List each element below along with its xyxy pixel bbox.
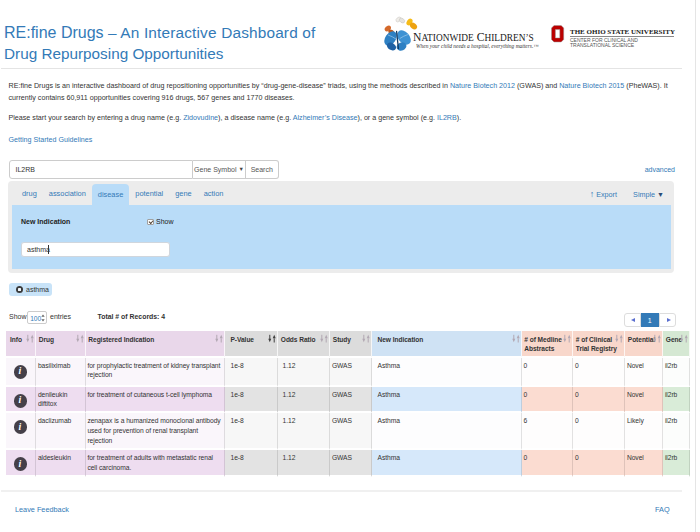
svg-text:TRANSLATIONAL SCIENCE: TRANSLATIONAL SCIENCE — [570, 42, 635, 48]
svg-text:When your child needs a hospit: When your child needs a hospital, everyt… — [416, 43, 539, 49]
svg-text:NATIONWIDE CHILDREN’S: NATIONWIDE CHILDREN’S — [413, 31, 534, 44]
svg-text:THE OHIO STATE UNIVERSITY: THE OHIO STATE UNIVERSITY — [570, 28, 675, 36]
